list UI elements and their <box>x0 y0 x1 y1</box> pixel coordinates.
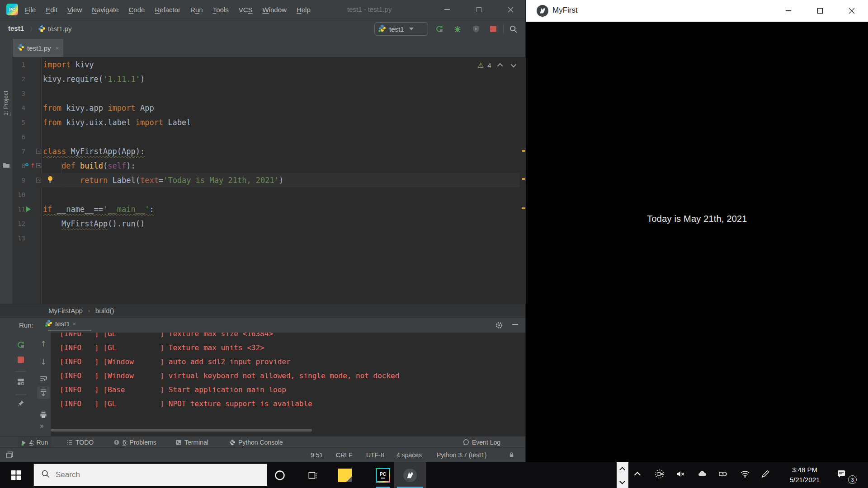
down-the-stack-trace-icon[interactable]: ↓ <box>39 358 48 366</box>
cortana-button[interactable] <box>269 462 290 488</box>
code-line-9[interactable]: 9˄ return Label(text='Today is May 21th,… <box>13 173 526 188</box>
fold-marker-icon[interactable]: ˄ <box>36 178 41 183</box>
file-encoding[interactable]: UTF-8 <box>366 451 384 459</box>
code-line-10[interactable]: 10 <box>13 188 526 202</box>
tool-windows-icon[interactable] <box>5 451 14 461</box>
lock-icon[interactable] <box>508 451 515 460</box>
show-hidden-icons-button[interactable] <box>633 469 644 479</box>
line-separator[interactable]: CRLF <box>336 451 353 459</box>
soft-wrap-icon[interactable] <box>39 375 47 383</box>
python-interpreter[interactable]: Python 3.7 (test1) <box>437 451 487 459</box>
sidebar-item-project[interactable]: 1: Project <box>2 91 9 116</box>
project-folder-icon[interactable] <box>3 162 10 169</box>
taskbar-clock[interactable]: 3:48 PM 5/21/2021 <box>782 465 827 485</box>
indent-setting[interactable]: 4 spaces <box>396 451 422 459</box>
run-with-coverage-button[interactable] <box>472 25 480 33</box>
meet-now-icon[interactable] <box>654 469 665 479</box>
close-button[interactable] <box>841 0 862 22</box>
task-view-button[interactable] <box>302 462 323 488</box>
run-tab-test1[interactable]: test1 × <box>45 319 76 328</box>
intention-bulb-icon[interactable] <box>47 176 54 184</box>
run-tab-close-icon[interactable]: × <box>73 320 76 327</box>
menu-item-vcs[interactable]: VCS <box>234 6 258 14</box>
maximize-button[interactable] <box>470 0 487 19</box>
menu-item-edit[interactable]: Edit <box>41 6 62 14</box>
rerun-button[interactable] <box>435 25 443 33</box>
code-line-1[interactable]: 1import kivy <box>13 57 526 72</box>
tray-scroll-widget[interactable] <box>617 462 628 488</box>
code-line-11[interactable]: 11if __name__=='__main__': <box>13 202 526 216</box>
up-the-stack-trace-icon[interactable]: ↑ <box>39 340 48 348</box>
settings-gear-button[interactable] <box>495 321 503 329</box>
wifi-icon[interactable] <box>740 469 750 479</box>
kivy-taskbar-button[interactable] <box>394 462 426 488</box>
console-horizontal-scrollbar[interactable] <box>51 429 312 432</box>
code-line-6[interactable]: 6 <box>13 130 526 144</box>
breadcrumb-project[interactable]: test1 <box>8 24 24 32</box>
start-button[interactable] <box>4 462 28 488</box>
override-method-icon[interactable]: ↑ <box>25 162 35 170</box>
scrollbar-warning-mark[interactable] <box>522 178 525 180</box>
menu-item-tools[interactable]: Tools <box>208 6 234 14</box>
taskbar-search[interactable] <box>33 464 267 486</box>
prev-warning-icon[interactable] <box>497 63 503 69</box>
onedrive-cloud-icon[interactable] <box>697 469 708 479</box>
menu-item-code[interactable]: Code <box>124 6 150 14</box>
stop-button[interactable] <box>490 26 498 34</box>
volume-muted-icon[interactable] <box>675 469 686 479</box>
scroll-up-icon[interactable] <box>619 467 625 473</box>
breadcrumb-class[interactable]: MyFirstApp <box>48 307 83 314</box>
menu-item-file[interactable]: File <box>20 6 41 14</box>
code-line-12[interactable]: 12 MyFirstApp().run() <box>13 216 526 231</box>
inspection-widget[interactable]: ⚠ 4 <box>477 61 515 69</box>
code-line-13[interactable]: 13 <box>13 231 526 245</box>
breadcrumb-method[interactable]: build() <box>95 307 114 314</box>
sticky-notes-button[interactable] <box>335 462 355 488</box>
menu-item-refactor[interactable]: Refactor <box>150 6 185 14</box>
run-configuration-select[interactable]: test1 <box>374 22 428 36</box>
pin-tab-button[interactable] <box>17 399 25 408</box>
code-line-5[interactable]: 5from kivy.uix.label import Label <box>13 115 526 130</box>
toolbar-item-python-console[interactable]: Python Console <box>226 436 286 448</box>
close-button[interactable] <box>502 0 519 19</box>
hide-panel-button[interactable] <box>512 324 520 332</box>
toolbar-item-problems[interactable]: 6: Problems <box>110 436 160 448</box>
windows-ink-pen-icon[interactable] <box>760 469 771 479</box>
stop-button[interactable] <box>18 357 26 365</box>
battery-charging-icon[interactable] <box>718 469 729 479</box>
minimize-button[interactable] <box>439 0 456 19</box>
kivy-title-bar[interactable]: MyFirst <box>526 0 868 22</box>
action-center-button[interactable] <box>836 469 847 479</box>
scroll-down-icon[interactable] <box>619 479 625 484</box>
toolbar-item-todo[interactable]: TODO <box>63 436 97 448</box>
code-line-7[interactable]: 7−class MyFirstApp(App): <box>13 144 526 159</box>
minimize-button[interactable] <box>778 0 799 22</box>
restore-layout-button[interactable] <box>17 378 25 386</box>
run-console[interactable]: [INFO ] [GL ] Texture max size <16384>[I… <box>51 333 525 436</box>
rerun-button[interactable] <box>17 341 25 349</box>
code-line-3[interactable]: 3 <box>13 86 526 101</box>
code-editor[interactable]: 1import kivy2kivy.require('1.11.1')34fro… <box>13 57 526 304</box>
scroll-to-end-icon[interactable] <box>39 389 47 397</box>
toolbar-item-run[interactable]: 4: Run <box>18 436 51 448</box>
fold-marker-icon[interactable]: − <box>36 149 41 154</box>
breadcrumb-file[interactable]: test1.py <box>48 25 72 33</box>
code-line-4[interactable]: 4from kivy.app import App <box>13 101 526 115</box>
more-options-icon[interactable]: » <box>40 422 44 430</box>
menu-item-help[interactable]: Help <box>292 6 316 14</box>
run-line-icon[interactable] <box>26 206 31 212</box>
search-input[interactable] <box>56 470 236 479</box>
toolbar-item-event-log[interactable]: Event Log <box>459 436 504 448</box>
scrollbar-warning-mark[interactable] <box>522 150 525 152</box>
search-everywhere-button[interactable] <box>509 25 517 33</box>
caret-position[interactable]: 9:51 <box>311 451 323 459</box>
code-line-2[interactable]: 2kivy.require('1.11.1') <box>13 72 526 86</box>
menu-item-run[interactable]: Run <box>185 6 208 14</box>
fold-marker-icon[interactable]: − <box>36 163 41 168</box>
tab-test1py[interactable]: test1.py × <box>13 39 63 57</box>
menu-item-navigate[interactable]: Navigate <box>87 6 123 14</box>
code-line-8[interactable]: 8−↑ def build(self): <box>13 159 526 173</box>
toolbar-item-terminal[interactable]: Terminal <box>172 436 212 448</box>
tab-close-icon[interactable]: × <box>54 45 59 52</box>
menu-item-window[interactable]: Window <box>258 6 292 14</box>
